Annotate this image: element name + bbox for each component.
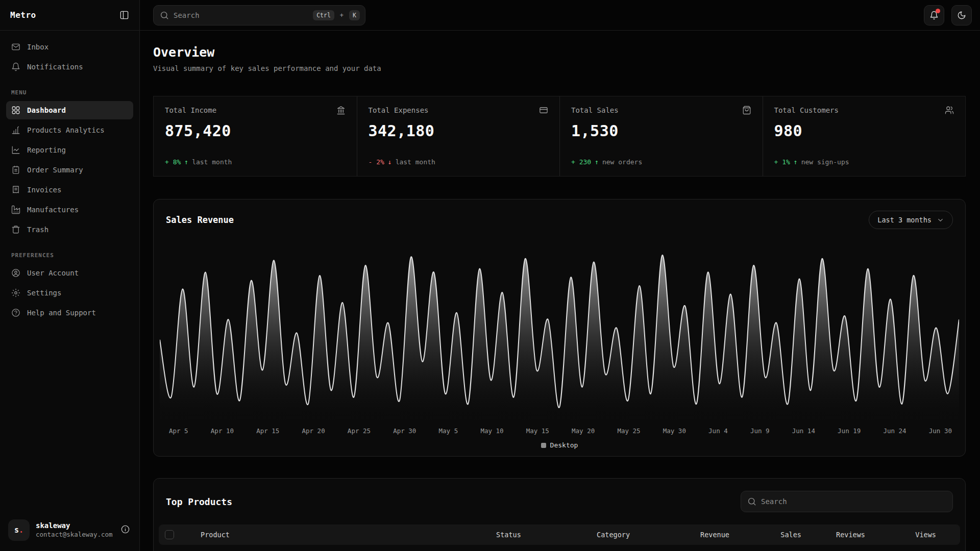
mail-icon bbox=[11, 42, 20, 52]
user-email: contact@skaleway.com bbox=[36, 531, 114, 539]
help-circle-icon bbox=[11, 308, 20, 317]
column-header-reviews[interactable]: Reviews bbox=[801, 531, 865, 539]
search-icon bbox=[160, 11, 169, 20]
x-tick: Jun 30 bbox=[929, 427, 952, 435]
delta-value: + 1% bbox=[774, 158, 790, 166]
user-info-button[interactable] bbox=[120, 524, 130, 536]
products-search[interactable] bbox=[741, 491, 953, 512]
sidebar-item-label: Help and Support bbox=[27, 309, 96, 317]
topbar: Ctrl + K bbox=[140, 0, 980, 31]
global-search[interactable]: Ctrl + K bbox=[153, 5, 365, 26]
products-header: Top Products bbox=[154, 479, 965, 524]
stat-card-total-expenses: Total Expenses342,180- 2%↓last month bbox=[357, 96, 560, 176]
sidebar-item-label: Notifications bbox=[27, 63, 83, 71]
table-row[interactable] bbox=[159, 548, 960, 551]
stat-value: 342,180 bbox=[369, 122, 549, 140]
theme-toggle-button[interactable] bbox=[951, 5, 972, 26]
content: Overview Visual summary of key sales per… bbox=[140, 31, 980, 551]
x-tick: Apr 10 bbox=[211, 427, 234, 435]
page-subtitle: Visual summary of key sales performance … bbox=[153, 64, 966, 72]
date-range-label: Last 3 months bbox=[877, 216, 932, 224]
sidebar-item-dashboard[interactable]: Dashboard bbox=[6, 101, 133, 119]
column-header-category[interactable]: Category bbox=[597, 531, 668, 539]
sidebar-item-label: Order Summary bbox=[27, 166, 83, 174]
panel-left-icon bbox=[119, 10, 129, 20]
products-title: Top Products bbox=[166, 496, 232, 507]
grid-icon bbox=[11, 106, 20, 115]
sidebar-item-products-analytics[interactable]: Products Analytics bbox=[6, 121, 133, 139]
stats-strip: Total Income875,420+ 8%↑last monthTotal … bbox=[153, 96, 966, 177]
x-tick: May 25 bbox=[617, 427, 640, 435]
delta-arrow-icon: ↑ bbox=[595, 158, 599, 166]
sidebar-item-label: User Account bbox=[27, 269, 79, 277]
sidebar-item-settings[interactable]: Settings bbox=[6, 284, 133, 302]
sidebar-item-invoices[interactable]: Invoices bbox=[6, 181, 133, 199]
stat-label: Total Customers bbox=[774, 106, 839, 114]
x-tick: Jun 9 bbox=[750, 427, 770, 435]
info-icon bbox=[120, 524, 130, 534]
users-icon bbox=[945, 106, 954, 115]
line-chart-icon bbox=[11, 145, 20, 155]
stat-delta: - 2%↓last month bbox=[369, 158, 549, 166]
search-input[interactable] bbox=[174, 11, 308, 19]
stat-value: 980 bbox=[774, 122, 954, 140]
revenue-card-title: Sales Revenue bbox=[166, 215, 234, 225]
sidebar-item-label: Products Analytics bbox=[27, 126, 105, 134]
avatar: s. bbox=[8, 519, 30, 541]
sidebar-nav: InboxNotificationsMENUDashboardProducts … bbox=[0, 31, 139, 511]
delta-note: new orders bbox=[602, 158, 642, 166]
column-header-revenue[interactable]: Revenue bbox=[668, 531, 729, 539]
sidebar-item-label: Manufactures bbox=[27, 206, 79, 214]
notifications-button[interactable] bbox=[924, 5, 944, 26]
delta-value: + 230 bbox=[571, 158, 591, 166]
delta-arrow-icon: ↑ bbox=[184, 158, 188, 166]
x-tick: Jun 24 bbox=[883, 427, 906, 435]
select-all-checkbox[interactable] bbox=[165, 530, 174, 539]
sales-revenue-card: Sales Revenue Last 3 months Apr 5Apr 10A… bbox=[153, 199, 966, 457]
sidebar-item-reporting[interactable]: Reporting bbox=[6, 141, 133, 159]
column-header-sales[interactable]: Sales bbox=[729, 531, 801, 539]
stat-delta: + 1%↑new sign-ups bbox=[774, 158, 954, 166]
products-table-header: ProductStatusCategoryRevenueSalesReviews… bbox=[159, 524, 960, 545]
x-tick: May 5 bbox=[439, 427, 458, 435]
chart-x-axis: Apr 5Apr 10Apr 15Apr 20Apr 25Apr 30May 5… bbox=[154, 425, 965, 435]
user-meta: skaleway contact@skaleway.com bbox=[36, 521, 114, 539]
section-label-preferences: PREFERENCES bbox=[6, 252, 133, 259]
sidebar-item-trash[interactable]: Trash bbox=[6, 220, 133, 239]
x-tick: Apr 30 bbox=[393, 427, 416, 435]
date-range-select[interactable]: Last 3 months bbox=[869, 211, 953, 229]
kbd-plus: + bbox=[340, 12, 344, 19]
sidebar-user[interactable]: s. skaleway contact@skaleway.com bbox=[0, 511, 139, 551]
sidebar-item-help-and-support[interactable]: Help and Support bbox=[6, 304, 133, 322]
settings-icon bbox=[11, 288, 20, 297]
products-search-input[interactable] bbox=[761, 497, 947, 506]
delta-note: new sign-ups bbox=[801, 158, 849, 166]
column-header-status[interactable]: Status bbox=[496, 531, 597, 539]
shopping-bag-icon bbox=[742, 106, 751, 115]
sidebar-item-label: Inbox bbox=[27, 43, 48, 51]
stat-delta: + 8%↑last month bbox=[165, 158, 346, 166]
column-header-product[interactable]: Product bbox=[187, 531, 496, 539]
chevron-down-icon bbox=[937, 216, 944, 224]
delta-arrow-icon: ↓ bbox=[388, 158, 392, 166]
sidebar-item-user-account[interactable]: User Account bbox=[6, 264, 133, 282]
sidebar-item-order-summary[interactable]: Order Summary bbox=[6, 161, 133, 179]
sidebar-item-manufactures[interactable]: Manufactures bbox=[6, 201, 133, 219]
top-products-card: Top Products ProductStatusCategoryRevenu… bbox=[153, 478, 966, 551]
delta-note: last month bbox=[192, 158, 232, 166]
sidebar-toggle-button[interactable] bbox=[119, 10, 129, 20]
section-label-menu: MENU bbox=[6, 89, 133, 96]
x-tick: May 15 bbox=[526, 427, 549, 435]
sidebar-item-inbox[interactable]: Inbox bbox=[6, 38, 133, 56]
bar-chart-icon bbox=[11, 126, 20, 135]
sidebar-item-notifications[interactable]: Notifications bbox=[6, 58, 133, 76]
x-tick: Apr 20 bbox=[302, 427, 325, 435]
x-tick: Jun 4 bbox=[708, 427, 728, 435]
main-area: Ctrl + K Overview Visual summary of key … bbox=[140, 0, 980, 551]
stat-card-total-income: Total Income875,420+ 8%↑last month bbox=[154, 96, 357, 176]
delta-note: last month bbox=[396, 158, 435, 166]
column-header-views[interactable]: Views bbox=[865, 531, 936, 539]
x-tick: Jun 14 bbox=[792, 427, 815, 435]
moon-icon bbox=[957, 11, 966, 20]
sidebar-item-label: Trash bbox=[27, 226, 48, 234]
